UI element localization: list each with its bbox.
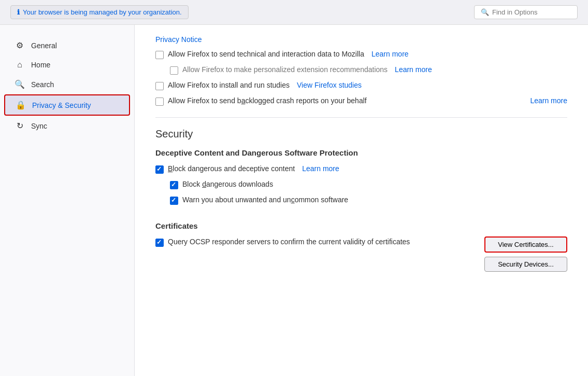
- sidebar: ⚙ General ⌂ Home 🔍 Search 🔒 Privacy & Se…: [0, 25, 135, 376]
- top-bar: ℹ Your browser is being managed by your …: [0, 0, 588, 25]
- checkbox-block-dangerous[interactable]: [155, 165, 164, 174]
- sidebar-item-privacy-security[interactable]: 🔒 Privacy & Security: [4, 94, 130, 116]
- checkbox-technical-data[interactable]: [155, 51, 164, 59]
- option-row-crash: Allow Firefox to send backlogged crash r…: [155, 95, 567, 107]
- checkbox-personalized[interactable]: [170, 66, 178, 75]
- sidebar-label-general: General: [31, 41, 57, 50]
- learn-more-block-dangerous[interactable]: Learn more: [302, 164, 339, 173]
- option-text-block-dangerous: Block dangerous and deceptive content: [168, 164, 295, 173]
- security-subsection-title: Deceptive Content and Dangerous Software…: [155, 148, 567, 157]
- option-text-studies: Allow Firefox to install and run studies: [168, 81, 290, 89]
- checkbox-block-downloads[interactable]: [170, 181, 178, 189]
- option-row-personalized: Allow Firefox to make personalized exten…: [155, 64, 567, 76]
- managed-notice-text: Your browser is being managed by your or…: [23, 8, 182, 16]
- option-text-crash: Allow Firefox to send backlogged crash r…: [168, 96, 367, 105]
- cert-row: Query OCSP responder servers to confirm …: [155, 236, 567, 272]
- certificates-section: Certificates Query OCSP responder server…: [155, 221, 567, 272]
- option-row-studies: Allow Firefox to install and run studies…: [155, 80, 567, 91]
- option-text-warn-unwanted: Warn you about unwanted and uncommon sof…: [182, 196, 348, 204]
- sidebar-item-general[interactable]: ⚙ General: [4, 36, 130, 55]
- learn-more-personalized[interactable]: Learn more: [395, 65, 432, 74]
- lock-icon: 🔒: [16, 100, 26, 110]
- security-devices-button[interactable]: Security Devices...: [484, 257, 567, 272]
- cert-row-content: Query OCSP responder servers to confirm …: [155, 236, 470, 252]
- search-icon: 🔍: [481, 8, 489, 16]
- privacy-notice-link[interactable]: Privacy Notice: [155, 35, 567, 44]
- checkbox-warn-unwanted[interactable]: [170, 197, 178, 205]
- sidebar-item-home[interactable]: ⌂ Home: [4, 55, 130, 74]
- checkbox-crash[interactable]: [155, 98, 164, 106]
- home-icon: ⌂: [15, 60, 25, 69]
- checkbox-ocsp[interactable]: [155, 239, 164, 247]
- option-row-warn-unwanted: Warn you about unwanted and uncommon sof…: [155, 194, 567, 206]
- option-row-technical-data: Allow Firefox to send technical and inte…: [155, 49, 567, 60]
- gear-icon: ⚙: [15, 40, 25, 50]
- learn-more-crash[interactable]: Learn more: [525, 96, 567, 105]
- option-row-block-dangerous: Block dangerous and deceptive content Le…: [155, 163, 567, 175]
- option-text-block-downloads: Block dangerous downloads: [182, 180, 273, 188]
- sidebar-label-sync: Sync: [31, 122, 47, 130]
- content-area: ⚙ General ⌂ Home 🔍 Search 🔒 Privacy & Se…: [0, 25, 588, 376]
- option-row-block-downloads: Block dangerous downloads: [155, 179, 567, 190]
- cert-buttons-col: View Certificates... Security Devices...: [484, 236, 567, 272]
- checkbox-studies[interactable]: [155, 82, 164, 90]
- sidebar-label-home: Home: [31, 61, 50, 69]
- view-certificates-button[interactable]: View Certificates...: [484, 236, 567, 253]
- learn-more-technical-data[interactable]: Learn more: [371, 50, 409, 58]
- view-firefox-studies-link[interactable]: View Firefox studies: [297, 81, 362, 89]
- main-content: Privacy Notice Allow Firefox to send tec…: [135, 25, 588, 376]
- find-placeholder-text: Find in Options: [492, 8, 537, 16]
- sidebar-label-search: Search: [31, 80, 54, 89]
- sync-icon: ↻: [15, 121, 25, 131]
- info-icon: ℹ: [17, 8, 20, 16]
- sidebar-item-search[interactable]: 🔍 Search: [4, 75, 130, 94]
- managed-notice: ℹ Your browser is being managed by your …: [10, 5, 189, 19]
- page-wrapper: ℹ Your browser is being managed by your …: [0, 0, 588, 376]
- security-section-title: Security: [155, 128, 567, 140]
- option-row-ocsp: Query OCSP responder servers to confirm …: [155, 236, 470, 248]
- option-text-ocsp: Query OCSP responder servers to confirm …: [168, 238, 410, 246]
- search-nav-icon: 🔍: [15, 79, 25, 89]
- find-in-options-box[interactable]: 🔍 Find in Options: [474, 5, 578, 19]
- divider-security: [155, 117, 567, 118]
- sidebar-label-privacy-security: Privacy & Security: [32, 101, 91, 109]
- option-text-personalized: Allow Firefox to make personalized exten…: [182, 65, 388, 74]
- option-text-technical-data: Allow Firefox to send technical and inte…: [168, 50, 364, 58]
- certificates-title: Certificates: [155, 221, 567, 230]
- sidebar-item-sync[interactable]: ↻ Sync: [4, 116, 130, 135]
